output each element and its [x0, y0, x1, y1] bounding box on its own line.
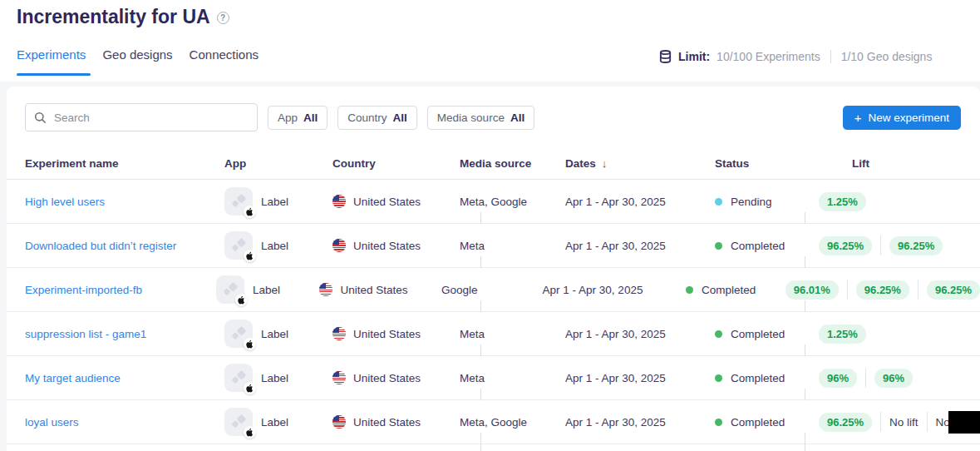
filter-app-value: All [303, 112, 318, 124]
limit-divider [830, 50, 831, 63]
filter-country-value: All [393, 112, 407, 124]
app-icon [224, 364, 253, 392]
country-label: United States [353, 416, 421, 429]
lift-badge: 96.25% [819, 413, 872, 432]
app-glyph-icon [231, 238, 246, 253]
table-row[interactable]: My target audience Label United States [7, 356, 980, 400]
app-label: Label [261, 416, 288, 429]
app-icon [224, 231, 253, 260]
app-label: Label [261, 328, 288, 340]
apple-logo-icon [244, 250, 256, 262]
filter-media-source-label: Media source [437, 112, 505, 124]
lift-divider [847, 280, 848, 300]
lift-divider [927, 412, 928, 432]
experiment-name-link[interactable]: Downloaded but didn’t register [25, 240, 176, 252]
dates-label: Apr 1 - Apr 30, 2025 [565, 328, 666, 340]
experiment-name-link[interactable]: loyal users [25, 416, 79, 429]
col-dates[interactable]: Dates ↓ [565, 157, 715, 170]
dates-label: Apr 1 - Apr 30, 2025 [565, 196, 666, 208]
page-title: Incrementality for UA ? [17, 6, 229, 28]
app-glyph-icon [231, 326, 246, 341]
experiment-name-link[interactable]: Experiment-imported-fb [25, 284, 142, 296]
media-source-label: Meta [460, 372, 485, 384]
filter-media-source[interactable]: Media source All [427, 106, 534, 130]
us-flag-icon [332, 371, 346, 384]
table-row[interactable]: Experiment-imported-fb Label United Stat… [7, 268, 980, 312]
table-row[interactable]: suppression list - game1 Label United St… [7, 312, 980, 356]
status-label: Completed [702, 284, 756, 296]
status-dot-icon [715, 419, 722, 426]
filter-country[interactable]: Country All [337, 106, 417, 130]
sort-desc-icon[interactable]: ↓ [602, 157, 608, 170]
tab-connections[interactable]: Connections [190, 47, 259, 76]
app-label: Label [261, 240, 288, 252]
country-label: United States [353, 240, 421, 252]
status-label: Completed [731, 372, 785, 384]
us-flag-icon [319, 283, 332, 296]
app-label: Label [261, 196, 288, 208]
filter-app-label: App [278, 112, 298, 124]
lift-cell: 1.25% [819, 325, 980, 344]
new-experiment-label: New experiment [868, 112, 949, 124]
new-experiment-button[interactable]: + New experiment [843, 106, 961, 130]
help-icon[interactable]: ? [217, 12, 229, 24]
status-dot-icon [715, 330, 722, 338]
status-label: Completed [731, 328, 785, 340]
lift-divider [865, 368, 866, 388]
lift-divider [880, 412, 881, 432]
status-label: Completed [731, 240, 785, 252]
lift-cell: 1.25% [819, 192, 980, 211]
limit-geo-designs: 1/10 Geo designs [841, 50, 933, 63]
limit-experiments: 10/100 Experiments [717, 50, 820, 63]
media-source-label: Meta, Google [460, 416, 527, 429]
page: Incrementality for UA ? Experiments Geo … [0, 0, 980, 451]
status-label: Pending [731, 196, 772, 208]
plus-icon: + [854, 111, 862, 125]
table-row[interactable]: Downloaded but didn’t register Label Uni… [7, 224, 980, 268]
tab-geo-designs[interactable]: Geo designs [102, 47, 172, 76]
col-dates-label: Dates [565, 157, 596, 170]
status-dot-icon [715, 242, 722, 250]
lift-divider [918, 280, 918, 300]
lift-badge: 96.25% [927, 280, 980, 300]
app-glyph-icon [223, 282, 238, 297]
lift-badge: 96.01% [785, 280, 839, 300]
limit-label: Limit: [678, 50, 710, 63]
tab-experiments[interactable]: Experiments [17, 47, 86, 76]
dates-label: Apr 1 - Apr 30, 2025 [565, 372, 666, 384]
experiment-name-link[interactable]: suppression list - game1 [25, 328, 146, 340]
lift-cell: 96.01%96.25%96.25% [785, 280, 980, 300]
table-body: High level users Label United States [7, 180, 980, 444]
filter-country-label: Country [347, 112, 387, 124]
apple-logo-icon [244, 382, 256, 394]
country-label: United States [340, 284, 407, 296]
status-dot-icon [715, 374, 722, 382]
search-input[interactable] [54, 112, 249, 124]
media-source-label: Google [441, 284, 478, 296]
experiment-name-link[interactable]: High level users [25, 196, 105, 208]
lift-cell: 96.25%96.25% [819, 235, 980, 255]
table-controls: App All Country All Media source All + N… [7, 87, 980, 148]
experiment-name-link[interactable]: My target audience [25, 372, 121, 384]
apple-logo-icon [244, 338, 256, 350]
table-row[interactable]: High level users Label United States [7, 180, 980, 224]
filter-app[interactable]: App All [268, 106, 327, 130]
table-row[interactable]: loyal users Label United States [7, 400, 980, 444]
app-label: Label [261, 372, 288, 384]
country-label: United States [353, 372, 421, 384]
status-dot-icon [686, 286, 693, 294]
lift-badge: 1.25% [819, 325, 866, 344]
page-title-text: Incrementality for UA [17, 6, 210, 28]
us-flag-icon [332, 195, 346, 208]
dates-label: Apr 1 - Apr 30, 2025 [565, 416, 666, 429]
country-label: United States [353, 196, 421, 208]
dates-label: Apr 1 - Apr 30, 2025 [565, 240, 666, 252]
media-source-label: Meta, Google [460, 196, 527, 208]
us-flag-icon [332, 327, 346, 340]
app-icon [224, 187, 253, 216]
status-label: Completed [731, 416, 785, 429]
country-label: United States [353, 328, 421, 340]
lift-badge: 96.25% [856, 280, 909, 300]
media-source-label: Meta [460, 240, 485, 252]
apple-logo-icon [244, 426, 256, 439]
